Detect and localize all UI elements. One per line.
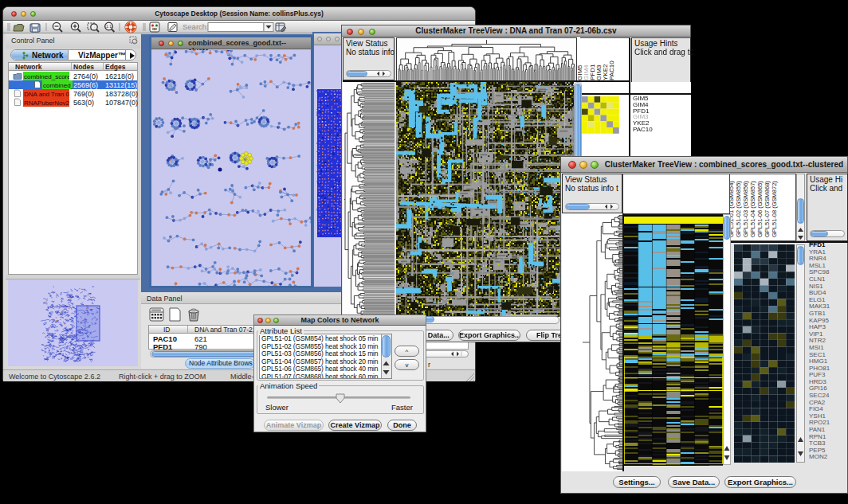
svg-text:Search:: Search: xyxy=(183,22,209,31)
svg-text:1:1: 1:1 xyxy=(106,24,112,29)
